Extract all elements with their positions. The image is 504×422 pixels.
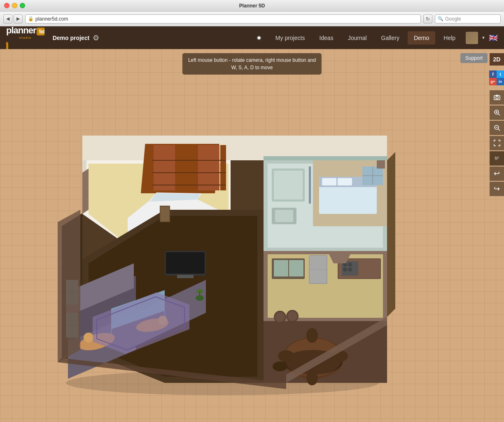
maximize-button[interactable]: [20, 3, 25, 8]
svg-rect-103: [161, 206, 169, 221]
svg-rect-116: [377, 160, 385, 169]
titlebar: Planner 5D: [0, 0, 504, 12]
logo-area: planner5dstudio: [6, 25, 44, 50]
floor-plan[interactable]: [0, 61, 453, 420]
nav-ideas[interactable]: Ideas: [313, 31, 339, 45]
minimize-button[interactable]: [12, 3, 17, 8]
2d-button[interactable]: 2D: [490, 53, 504, 66]
close-button[interactable]: [4, 3, 9, 8]
search-icon: 🔍: [438, 16, 443, 21]
svg-rect-49: [322, 178, 336, 185]
social-buttons: f t: [489, 70, 504, 78]
svg-rect-68: [310, 256, 327, 270]
undo-button[interactable]: ↩: [490, 166, 504, 181]
svg-line-8: [498, 129, 500, 131]
tooltip-line2: W, S, A, D to move: [231, 65, 273, 70]
social-buttons-2: g+ in: [489, 78, 504, 85]
nav-dot: [257, 36, 261, 40]
svg-point-62: [348, 267, 352, 272]
language-flag[interactable]: 🇬🇧: [489, 33, 498, 42]
nav-gallery[interactable]: Gallery: [375, 31, 406, 45]
svg-rect-42: [275, 210, 293, 222]
user-dropdown-arrow[interactable]: ▼: [481, 35, 485, 40]
redo-button[interactable]: ↪: [490, 182, 504, 196]
twitter-button[interactable]: t: [497, 70, 504, 78]
nav-help[interactable]: Help: [437, 31, 462, 45]
svg-rect-39: [274, 171, 303, 199]
facebook-button[interactable]: f: [489, 70, 497, 78]
address-text: planner5d.com: [35, 16, 68, 22]
refresh-button[interactable]: ↻: [423, 14, 432, 23]
search-bar[interactable]: 🔍 Google: [435, 14, 501, 23]
support-button[interactable]: Support: [460, 53, 488, 63]
nav-items: My projects Ideas Journal Gallery Demo H…: [269, 31, 462, 45]
browser-window: Planner 5D ◀ ▶ 🔒 planner5d.com ↻ 🔍 Googl…: [0, 0, 504, 26]
svg-marker-13: [387, 152, 395, 317]
secure-icon: 🔒: [28, 16, 34, 21]
zoom-out-button[interactable]: [490, 121, 504, 135]
tooltip: Left mouse button - rotate camera, right…: [182, 53, 322, 75]
svg-point-82: [287, 311, 297, 321]
app-navbar: planner5dstudio Demo project ⚙ My projec…: [0, 26, 504, 49]
svg-rect-19: [154, 145, 175, 190]
nav-journal[interactable]: Journal: [342, 31, 373, 45]
svg-point-60: [348, 263, 352, 267]
units-button[interactable]: ft²: [490, 151, 504, 166]
svg-rect-20: [176, 145, 197, 190]
svg-marker-36: [264, 156, 387, 160]
tooltip-line1: Left mouse button - rotate camera, right…: [188, 57, 316, 63]
logo-5d: 5dstudio: [6, 28, 44, 50]
svg-rect-2: [496, 95, 498, 96]
svg-rect-50: [338, 178, 352, 185]
project-name: Demo project: [53, 35, 89, 41]
nav-my-projects[interactable]: My projects: [269, 31, 311, 45]
window-buttons: [4, 3, 25, 8]
svg-marker-113: [58, 210, 80, 362]
settings-button[interactable]: ⚙: [93, 33, 99, 42]
browser-nav-buttons: ◀ ▶: [3, 14, 23, 23]
zoom-in-button[interactable]: [490, 106, 504, 120]
svg-rect-69: [310, 270, 327, 283]
fit-view-button[interactable]: [490, 136, 504, 150]
address-bar[interactable]: 🔒 planner5d.com: [25, 14, 421, 23]
svg-rect-98: [177, 275, 194, 278]
svg-point-76: [306, 328, 318, 343]
svg-rect-40: [309, 166, 311, 204]
main-content: Left mouse button - rotate camera, right…: [0, 49, 504, 422]
user-avatar[interactable]: [466, 32, 478, 44]
googleplus-button[interactable]: g+: [489, 78, 497, 85]
svg-point-101: [196, 295, 204, 301]
linkedin-button[interactable]: in: [497, 78, 504, 85]
svg-marker-112: [82, 169, 89, 214]
nav-right: ▼ 🇬🇧: [466, 32, 498, 44]
camera-button[interactable]: [490, 90, 504, 105]
browser-toolbar: ◀ ▶ 🔒 planner5d.com ↻ 🔍 Google: [0, 12, 504, 26]
svg-rect-66: [289, 260, 303, 277]
svg-rect-21: [198, 145, 219, 190]
right-sidebar: ft² ↩ ↪: [490, 90, 504, 196]
svg-point-80: [275, 312, 285, 322]
svg-line-4: [498, 114, 500, 115]
svg-point-93: [84, 333, 93, 342]
back-button[interactable]: ◀: [3, 14, 12, 23]
svg-rect-65: [274, 260, 288, 277]
window-title: Planner 5D: [239, 3, 265, 9]
svg-point-77: [306, 370, 318, 385]
search-placeholder: Google: [445, 16, 461, 22]
svg-point-61: [343, 267, 347, 272]
forward-button[interactable]: ▶: [14, 14, 23, 23]
nav-demo[interactable]: Demo: [408, 31, 435, 45]
svg-point-78: [273, 361, 287, 371]
svg-rect-22: [220, 145, 226, 190]
svg-point-74: [278, 350, 294, 362]
svg-rect-97: [166, 252, 205, 274]
svg-point-1: [496, 96, 498, 99]
logo-text: planner5dstudio: [6, 25, 44, 50]
